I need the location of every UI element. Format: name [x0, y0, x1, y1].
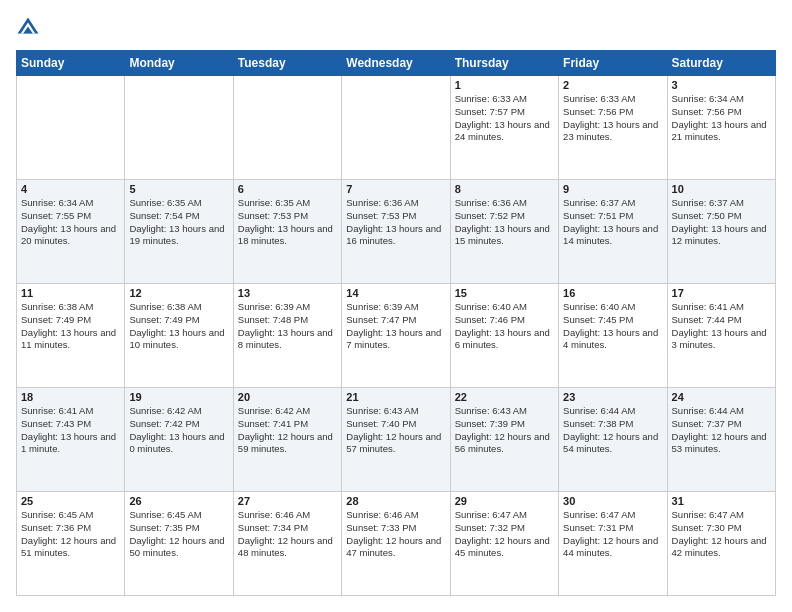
calendar-cell: 26Sunrise: 6:45 AM Sunset: 7:35 PM Dayli…: [125, 492, 233, 596]
calendar-cell: 30Sunrise: 6:47 AM Sunset: 7:31 PM Dayli…: [559, 492, 667, 596]
day-number: 20: [238, 391, 337, 403]
calendar-cell: 5Sunrise: 6:35 AM Sunset: 7:54 PM Daylig…: [125, 180, 233, 284]
day-number: 4: [21, 183, 120, 195]
day-number: 28: [346, 495, 445, 507]
calendar-cell: [342, 76, 450, 180]
calendar-week-row: 4Sunrise: 6:34 AM Sunset: 7:55 PM Daylig…: [17, 180, 776, 284]
calendar-cell: 25Sunrise: 6:45 AM Sunset: 7:36 PM Dayli…: [17, 492, 125, 596]
day-number: 7: [346, 183, 445, 195]
day-number: 22: [455, 391, 554, 403]
day-number: 21: [346, 391, 445, 403]
day-info: Sunrise: 6:38 AM Sunset: 7:49 PM Dayligh…: [21, 301, 120, 352]
calendar-cell: 2Sunrise: 6:33 AM Sunset: 7:56 PM Daylig…: [559, 76, 667, 180]
day-number: 14: [346, 287, 445, 299]
day-number: 5: [129, 183, 228, 195]
day-info: Sunrise: 6:38 AM Sunset: 7:49 PM Dayligh…: [129, 301, 228, 352]
calendar-cell: 27Sunrise: 6:46 AM Sunset: 7:34 PM Dayli…: [233, 492, 341, 596]
calendar-cell: 21Sunrise: 6:43 AM Sunset: 7:40 PM Dayli…: [342, 388, 450, 492]
weekday-header-monday: Monday: [125, 51, 233, 76]
calendar-week-row: 1Sunrise: 6:33 AM Sunset: 7:57 PM Daylig…: [17, 76, 776, 180]
day-number: 19: [129, 391, 228, 403]
day-number: 1: [455, 79, 554, 91]
calendar-table: SundayMondayTuesdayWednesdayThursdayFrid…: [16, 50, 776, 596]
calendar-cell: 3Sunrise: 6:34 AM Sunset: 7:56 PM Daylig…: [667, 76, 775, 180]
day-number: 10: [672, 183, 771, 195]
calendar-cell: 11Sunrise: 6:38 AM Sunset: 7:49 PM Dayli…: [17, 284, 125, 388]
weekday-header-sunday: Sunday: [17, 51, 125, 76]
day-number: 16: [563, 287, 662, 299]
day-info: Sunrise: 6:44 AM Sunset: 7:38 PM Dayligh…: [563, 405, 662, 456]
calendar-cell: 18Sunrise: 6:41 AM Sunset: 7:43 PM Dayli…: [17, 388, 125, 492]
weekday-header-row: SundayMondayTuesdayWednesdayThursdayFrid…: [17, 51, 776, 76]
day-number: 9: [563, 183, 662, 195]
page: SundayMondayTuesdayWednesdayThursdayFrid…: [0, 0, 792, 612]
day-info: Sunrise: 6:43 AM Sunset: 7:39 PM Dayligh…: [455, 405, 554, 456]
day-number: 29: [455, 495, 554, 507]
calendar-cell: 9Sunrise: 6:37 AM Sunset: 7:51 PM Daylig…: [559, 180, 667, 284]
day-info: Sunrise: 6:34 AM Sunset: 7:55 PM Dayligh…: [21, 197, 120, 248]
day-info: Sunrise: 6:40 AM Sunset: 7:46 PM Dayligh…: [455, 301, 554, 352]
day-info: Sunrise: 6:40 AM Sunset: 7:45 PM Dayligh…: [563, 301, 662, 352]
day-info: Sunrise: 6:43 AM Sunset: 7:40 PM Dayligh…: [346, 405, 445, 456]
calendar-cell: [233, 76, 341, 180]
calendar-cell: 15Sunrise: 6:40 AM Sunset: 7:46 PM Dayli…: [450, 284, 558, 388]
day-info: Sunrise: 6:46 AM Sunset: 7:33 PM Dayligh…: [346, 509, 445, 560]
day-info: Sunrise: 6:47 AM Sunset: 7:30 PM Dayligh…: [672, 509, 771, 560]
calendar-cell: 6Sunrise: 6:35 AM Sunset: 7:53 PM Daylig…: [233, 180, 341, 284]
calendar-cell: 24Sunrise: 6:44 AM Sunset: 7:37 PM Dayli…: [667, 388, 775, 492]
day-number: 12: [129, 287, 228, 299]
day-info: Sunrise: 6:33 AM Sunset: 7:56 PM Dayligh…: [563, 93, 662, 144]
calendar-cell: 17Sunrise: 6:41 AM Sunset: 7:44 PM Dayli…: [667, 284, 775, 388]
calendar-week-row: 11Sunrise: 6:38 AM Sunset: 7:49 PM Dayli…: [17, 284, 776, 388]
day-number: 8: [455, 183, 554, 195]
day-number: 27: [238, 495, 337, 507]
day-number: 6: [238, 183, 337, 195]
day-info: Sunrise: 6:33 AM Sunset: 7:57 PM Dayligh…: [455, 93, 554, 144]
calendar-cell: 23Sunrise: 6:44 AM Sunset: 7:38 PM Dayli…: [559, 388, 667, 492]
day-number: 15: [455, 287, 554, 299]
day-number: 25: [21, 495, 120, 507]
day-info: Sunrise: 6:47 AM Sunset: 7:32 PM Dayligh…: [455, 509, 554, 560]
day-number: 17: [672, 287, 771, 299]
day-number: 31: [672, 495, 771, 507]
day-info: Sunrise: 6:41 AM Sunset: 7:44 PM Dayligh…: [672, 301, 771, 352]
calendar-cell: 22Sunrise: 6:43 AM Sunset: 7:39 PM Dayli…: [450, 388, 558, 492]
weekday-header-wednesday: Wednesday: [342, 51, 450, 76]
day-info: Sunrise: 6:36 AM Sunset: 7:53 PM Dayligh…: [346, 197, 445, 248]
day-number: 2: [563, 79, 662, 91]
weekday-header-tuesday: Tuesday: [233, 51, 341, 76]
calendar-cell: 1Sunrise: 6:33 AM Sunset: 7:57 PM Daylig…: [450, 76, 558, 180]
day-number: 24: [672, 391, 771, 403]
calendar-cell: 16Sunrise: 6:40 AM Sunset: 7:45 PM Dayli…: [559, 284, 667, 388]
weekday-header-friday: Friday: [559, 51, 667, 76]
day-number: 26: [129, 495, 228, 507]
day-number: 3: [672, 79, 771, 91]
calendar-cell: 20Sunrise: 6:42 AM Sunset: 7:41 PM Dayli…: [233, 388, 341, 492]
calendar-cell: 14Sunrise: 6:39 AM Sunset: 7:47 PM Dayli…: [342, 284, 450, 388]
day-info: Sunrise: 6:34 AM Sunset: 7:56 PM Dayligh…: [672, 93, 771, 144]
calendar-cell: [17, 76, 125, 180]
day-info: Sunrise: 6:45 AM Sunset: 7:35 PM Dayligh…: [129, 509, 228, 560]
day-info: Sunrise: 6:39 AM Sunset: 7:48 PM Dayligh…: [238, 301, 337, 352]
calendar-cell: 19Sunrise: 6:42 AM Sunset: 7:42 PM Dayli…: [125, 388, 233, 492]
day-number: 11: [21, 287, 120, 299]
calendar-cell: 10Sunrise: 6:37 AM Sunset: 7:50 PM Dayli…: [667, 180, 775, 284]
day-info: Sunrise: 6:45 AM Sunset: 7:36 PM Dayligh…: [21, 509, 120, 560]
calendar-cell: 13Sunrise: 6:39 AM Sunset: 7:48 PM Dayli…: [233, 284, 341, 388]
calendar-cell: 28Sunrise: 6:46 AM Sunset: 7:33 PM Dayli…: [342, 492, 450, 596]
weekday-header-thursday: Thursday: [450, 51, 558, 76]
day-number: 18: [21, 391, 120, 403]
calendar-cell: 31Sunrise: 6:47 AM Sunset: 7:30 PM Dayli…: [667, 492, 775, 596]
weekday-header-saturday: Saturday: [667, 51, 775, 76]
day-info: Sunrise: 6:41 AM Sunset: 7:43 PM Dayligh…: [21, 405, 120, 456]
day-number: 13: [238, 287, 337, 299]
calendar-cell: 29Sunrise: 6:47 AM Sunset: 7:32 PM Dayli…: [450, 492, 558, 596]
calendar-cell: 7Sunrise: 6:36 AM Sunset: 7:53 PM Daylig…: [342, 180, 450, 284]
calendar-cell: [125, 76, 233, 180]
day-number: 30: [563, 495, 662, 507]
calendar-cell: 4Sunrise: 6:34 AM Sunset: 7:55 PM Daylig…: [17, 180, 125, 284]
day-info: Sunrise: 6:42 AM Sunset: 7:41 PM Dayligh…: [238, 405, 337, 456]
header: [16, 16, 776, 40]
day-number: 23: [563, 391, 662, 403]
day-info: Sunrise: 6:46 AM Sunset: 7:34 PM Dayligh…: [238, 509, 337, 560]
